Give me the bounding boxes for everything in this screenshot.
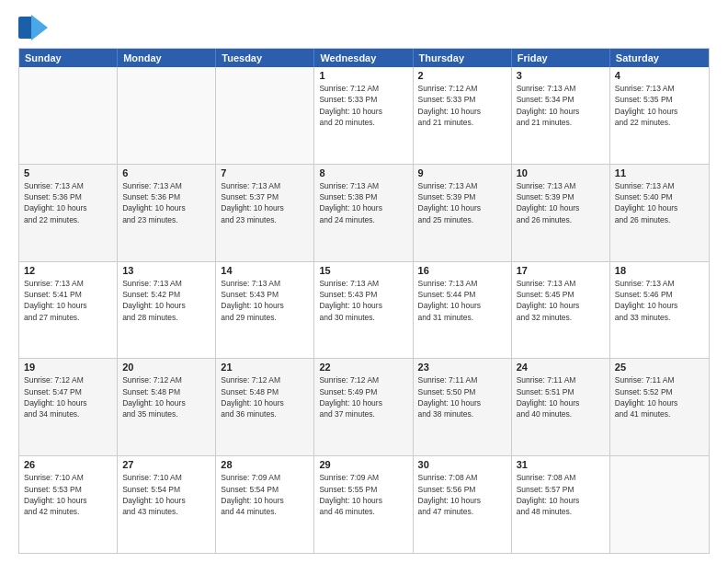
calendar: SundayMondayTuesdayWednesdayThursdayFrid… — [18, 48, 710, 554]
cell-info: Sunrise: 7:13 AM Sunset: 5:43 PM Dayligh… — [319, 278, 407, 323]
day-number: 14 — [221, 265, 309, 276]
cell-info: Sunrise: 7:12 AM Sunset: 5:48 PM Dayligh… — [221, 374, 309, 419]
cell-info: Sunrise: 7:08 AM Sunset: 5:56 PM Dayligh… — [418, 472, 506, 517]
cell-info: Sunrise: 7:13 AM Sunset: 5:39 PM Dayligh… — [418, 180, 506, 225]
day-number: 12 — [24, 265, 112, 276]
day-number: 1 — [319, 70, 407, 81]
day-number: 27 — [122, 459, 210, 470]
calendar-row: 19Sunrise: 7:12 AM Sunset: 5:47 PM Dayli… — [19, 358, 709, 455]
calendar-cell: 30Sunrise: 7:08 AM Sunset: 5:56 PM Dayli… — [414, 456, 512, 553]
logo-icon — [18, 15, 48, 40]
weekday-header: Monday — [118, 49, 216, 67]
cell-info: Sunrise: 7:13 AM Sunset: 5:41 PM Dayligh… — [24, 278, 112, 323]
calendar-cell: 13Sunrise: 7:13 AM Sunset: 5:42 PM Dayli… — [118, 262, 216, 359]
calendar-cell: 19Sunrise: 7:12 AM Sunset: 5:47 PM Dayli… — [19, 359, 118, 455]
cell-info: Sunrise: 7:13 AM Sunset: 5:34 PM Dayligh… — [517, 83, 605, 128]
calendar-cell: 23Sunrise: 7:11 AM Sunset: 5:50 PM Dayli… — [414, 359, 512, 455]
day-number: 6 — [122, 167, 210, 178]
day-number: 21 — [221, 362, 309, 373]
calendar-cell: 15Sunrise: 7:13 AM Sunset: 5:43 PM Dayli… — [314, 262, 413, 359]
day-number: 11 — [615, 167, 704, 178]
calendar-cell: 10Sunrise: 7:13 AM Sunset: 5:39 PM Dayli… — [512, 165, 610, 261]
calendar-cell: 14Sunrise: 7:13 AM Sunset: 5:43 PM Dayli… — [216, 262, 314, 359]
calendar-cell: 20Sunrise: 7:12 AM Sunset: 5:48 PM Dayli… — [118, 359, 216, 455]
calendar-cell: 25Sunrise: 7:11 AM Sunset: 5:52 PM Dayli… — [610, 359, 709, 455]
day-number: 17 — [517, 265, 605, 276]
calendar-cell — [118, 67, 216, 164]
cell-info: Sunrise: 7:12 AM Sunset: 5:33 PM Dayligh… — [319, 83, 407, 128]
cell-info: Sunrise: 7:13 AM Sunset: 5:46 PM Dayligh… — [615, 278, 704, 323]
weekday-header: Thursday — [414, 49, 512, 67]
cell-info: Sunrise: 7:13 AM Sunset: 5:37 PM Dayligh… — [221, 180, 309, 225]
day-number: 5 — [24, 167, 112, 178]
cell-info: Sunrise: 7:10 AM Sunset: 5:53 PM Dayligh… — [24, 472, 112, 517]
day-number: 10 — [517, 167, 605, 178]
calendar-cell: 27Sunrise: 7:10 AM Sunset: 5:54 PM Dayli… — [118, 456, 216, 553]
day-number: 7 — [221, 167, 309, 178]
cell-info: Sunrise: 7:08 AM Sunset: 5:57 PM Dayligh… — [517, 472, 605, 517]
calendar-cell: 16Sunrise: 7:13 AM Sunset: 5:44 PM Dayli… — [414, 262, 512, 359]
cell-info: Sunrise: 7:13 AM Sunset: 5:35 PM Dayligh… — [615, 83, 704, 128]
header — [18, 15, 710, 40]
calendar-cell: 26Sunrise: 7:10 AM Sunset: 5:53 PM Dayli… — [19, 456, 118, 553]
cell-info: Sunrise: 7:12 AM Sunset: 5:49 PM Dayligh… — [319, 374, 407, 419]
weekday-header: Tuesday — [216, 49, 314, 67]
calendar-cell: 24Sunrise: 7:11 AM Sunset: 5:51 PM Dayli… — [512, 359, 610, 455]
day-number: 24 — [517, 362, 605, 373]
calendar-cell: 12Sunrise: 7:13 AM Sunset: 5:41 PM Dayli… — [19, 262, 118, 359]
calendar-cell: 1Sunrise: 7:12 AM Sunset: 5:33 PM Daylig… — [314, 67, 413, 164]
calendar-cell: 28Sunrise: 7:09 AM Sunset: 5:54 PM Dayli… — [216, 456, 314, 553]
calendar-cell: 7Sunrise: 7:13 AM Sunset: 5:37 PM Daylig… — [216, 165, 314, 261]
cell-info: Sunrise: 7:13 AM Sunset: 5:36 PM Dayligh… — [122, 180, 210, 225]
calendar-cell: 29Sunrise: 7:09 AM Sunset: 5:55 PM Dayli… — [314, 456, 413, 553]
weekday-header: Sunday — [19, 49, 118, 67]
calendar-cell: 11Sunrise: 7:13 AM Sunset: 5:40 PM Dayli… — [610, 165, 709, 261]
calendar-cell: 22Sunrise: 7:12 AM Sunset: 5:49 PM Dayli… — [314, 359, 413, 455]
day-number: 16 — [418, 265, 506, 276]
calendar-cell: 5Sunrise: 7:13 AM Sunset: 5:36 PM Daylig… — [19, 165, 118, 261]
day-number: 3 — [517, 70, 605, 81]
day-number: 25 — [615, 362, 704, 373]
weekday-header: Saturday — [610, 49, 709, 67]
cell-info: Sunrise: 7:13 AM Sunset: 5:38 PM Dayligh… — [319, 180, 407, 225]
calendar-cell: 21Sunrise: 7:12 AM Sunset: 5:48 PM Dayli… — [216, 359, 314, 455]
calendar-row: 26Sunrise: 7:10 AM Sunset: 5:53 PM Dayli… — [19, 455, 709, 553]
calendar-row: 5Sunrise: 7:13 AM Sunset: 5:36 PM Daylig… — [19, 164, 709, 261]
day-number: 31 — [517, 459, 605, 470]
calendar-cell — [610, 456, 709, 553]
cell-info: Sunrise: 7:10 AM Sunset: 5:54 PM Dayligh… — [122, 472, 210, 517]
calendar-cell: 4Sunrise: 7:13 AM Sunset: 5:35 PM Daylig… — [610, 67, 709, 164]
cell-info: Sunrise: 7:11 AM Sunset: 5:50 PM Dayligh… — [418, 374, 506, 419]
calendar-cell: 2Sunrise: 7:12 AM Sunset: 5:33 PM Daylig… — [414, 67, 512, 164]
day-number: 20 — [122, 362, 210, 373]
day-number: 9 — [418, 167, 506, 178]
page: SundayMondayTuesdayWednesdayThursdayFrid… — [0, 0, 728, 563]
day-number: 15 — [319, 265, 407, 276]
day-number: 2 — [418, 70, 506, 81]
calendar-body: 1Sunrise: 7:12 AM Sunset: 5:33 PM Daylig… — [19, 67, 709, 553]
calendar-cell: 6Sunrise: 7:13 AM Sunset: 5:36 PM Daylig… — [118, 165, 216, 261]
day-number: 22 — [319, 362, 407, 373]
calendar-cell: 31Sunrise: 7:08 AM Sunset: 5:57 PM Dayli… — [512, 456, 610, 553]
weekday-header: Wednesday — [314, 49, 413, 67]
calendar-cell: 8Sunrise: 7:13 AM Sunset: 5:38 PM Daylig… — [314, 165, 413, 261]
cell-info: Sunrise: 7:13 AM Sunset: 5:44 PM Dayligh… — [418, 278, 506, 323]
cell-info: Sunrise: 7:13 AM Sunset: 5:42 PM Dayligh… — [122, 278, 210, 323]
calendar-cell: 9Sunrise: 7:13 AM Sunset: 5:39 PM Daylig… — [414, 165, 512, 261]
day-number: 19 — [24, 362, 112, 373]
cell-info: Sunrise: 7:12 AM Sunset: 5:48 PM Dayligh… — [122, 374, 210, 419]
calendar-cell: 3Sunrise: 7:13 AM Sunset: 5:34 PM Daylig… — [512, 67, 610, 164]
svg-rect-0 — [18, 17, 33, 39]
cell-info: Sunrise: 7:12 AM Sunset: 5:47 PM Dayligh… — [24, 374, 112, 419]
day-number: 29 — [319, 459, 407, 470]
logo — [18, 15, 50, 40]
day-number: 26 — [24, 459, 112, 470]
day-number: 18 — [615, 265, 704, 276]
cell-info: Sunrise: 7:11 AM Sunset: 5:52 PM Dayligh… — [615, 374, 704, 419]
cell-info: Sunrise: 7:13 AM Sunset: 5:39 PM Dayligh… — [517, 180, 605, 225]
day-number: 28 — [221, 459, 309, 470]
day-number: 8 — [319, 167, 407, 178]
day-number: 23 — [418, 362, 506, 373]
calendar-header: SundayMondayTuesdayWednesdayThursdayFrid… — [19, 49, 709, 67]
calendar-cell — [19, 67, 118, 164]
